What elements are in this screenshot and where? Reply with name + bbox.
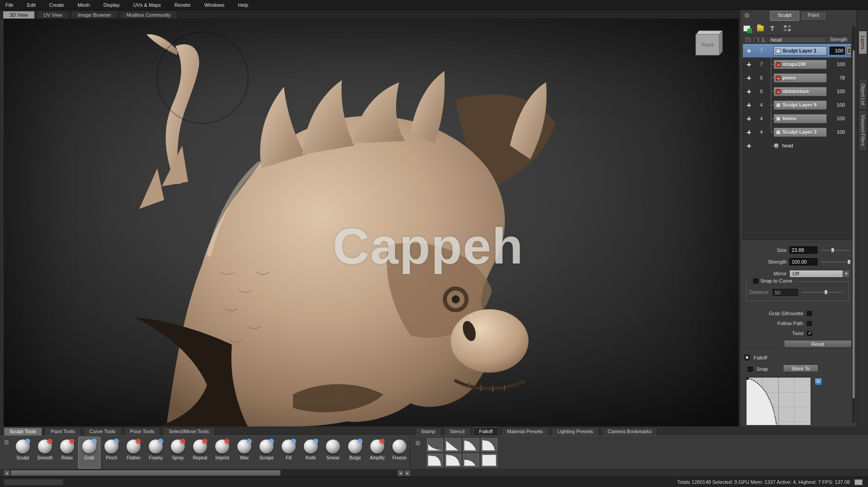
layer-strength-value[interactable]: 100	[830, 89, 845, 94]
scrollbar-thumb[interactable]	[11, 470, 281, 476]
view-tab[interactable]: Mudbox Community	[120, 11, 178, 19]
layer-strength-value[interactable]: 100	[830, 116, 845, 121]
menu-item[interactable]: Help	[237, 1, 250, 9]
tool-item[interactable]: Bulge	[344, 437, 366, 468]
mesh-root-row[interactable]: head	[743, 139, 851, 152]
layer-visibility-icon[interactable]	[743, 90, 755, 94]
layer-name-chip[interactable]: skintexture	[774, 87, 827, 96]
menu-item[interactable]: UVs & Maps	[132, 1, 162, 9]
layer-row[interactable]: 4 Sculpt Layer 9 100	[743, 98, 851, 112]
snap-checkbox[interactable]	[748, 367, 753, 372]
scroll-left-button-2[interactable]: ◄	[397, 470, 404, 476]
tool-item[interactable]: Grab	[78, 437, 100, 468]
layer-row[interactable]: 4 Sculpt Layer 3 100	[743, 125, 851, 139]
tool-item[interactable]: Foamy	[145, 437, 167, 468]
layer-name-chip[interactable]: Sculpt Layer 1	[774, 46, 827, 56]
layer-row[interactable]: 5 skintexture 100	[743, 85, 851, 98]
tray-tab[interactable]: Pose Tools	[124, 427, 160, 435]
slider-handle[interactable]	[824, 290, 828, 295]
strength-slider[interactable]	[821, 258, 850, 265]
mesh-visibility-icon[interactable]	[743, 144, 755, 148]
tool-item[interactable]: Relax	[56, 437, 78, 468]
distance-slider[interactable]	[802, 288, 842, 296]
view-tab[interactable]: Image Browser	[71, 11, 118, 19]
scrollbar-thumb[interactable]	[853, 50, 855, 398]
layer-visibility-icon[interactable]	[743, 49, 755, 53]
tool-item[interactable]: Scrape	[255, 437, 278, 468]
strength-input[interactable]: 100.00	[789, 258, 817, 265]
curve-presets-icon[interactable]	[815, 378, 822, 385]
layer-name-chip[interactable]: Sculpt Layer 9	[774, 100, 827, 110]
layer-row[interactable]: 5 pores 78	[743, 71, 851, 85]
reset-button[interactable]: Reset	[784, 340, 852, 348]
slider-handle[interactable]	[847, 260, 851, 265]
status-indicator[interactable]	[854, 479, 863, 485]
menu-item[interactable]: File	[5, 1, 14, 9]
layer-strength-value[interactable]: 100	[830, 61, 845, 67]
scroll-left-button[interactable]: ◄	[4, 470, 10, 476]
falloff-preset[interactable]	[463, 454, 479, 467]
tray-tab[interactable]: Stamp	[415, 427, 441, 435]
layer-row[interactable]: 7 straps100 100	[743, 57, 851, 71]
panel-scrollbar[interactable]	[852, 26, 855, 422]
tool-item[interactable]: Fill	[278, 437, 300, 468]
chevron-down-icon[interactable]: ▼	[843, 270, 849, 277]
tool-item[interactable]: Amplify	[366, 437, 388, 468]
layer-name-chip[interactable]: straps100	[774, 60, 827, 69]
size-input[interactable]: 23.88	[789, 246, 817, 254]
layer-visibility-icon[interactable]	[743, 117, 755, 121]
tray-tab[interactable]: Lighting Presets	[552, 427, 599, 435]
falloff-preset[interactable]	[481, 454, 497, 467]
tool-tray-scrollbar[interactable]: ◄ ◄ ►	[4, 470, 410, 476]
side-tab[interactable]: Object List	[859, 79, 867, 110]
scrollbar-track[interactable]	[10, 470, 397, 476]
tool-item[interactable]: Smear	[322, 437, 344, 468]
toggle-checkbox[interactable]	[807, 311, 812, 316]
side-tab[interactable]: Layers	[859, 31, 867, 54]
falloff-preset[interactable]	[463, 438, 479, 452]
layer-strength-value[interactable]: 100	[830, 102, 845, 108]
gear-icon[interactable]: ⚙	[4, 439, 9, 446]
menu-item[interactable]: Windows	[203, 1, 226, 9]
layer-name-chip[interactable]: pores	[774, 73, 827, 83]
toggle-checkbox[interactable]	[807, 331, 812, 336]
layer-name-chip[interactable]: Sculpt Layer 3	[774, 128, 827, 137]
view-tab[interactable]: 3D View	[3, 11, 35, 19]
tray-tab[interactable]: Camera Bookmarks	[602, 427, 657, 435]
grid-icon[interactable]	[784, 25, 791, 32]
toggle-checkbox[interactable]	[807, 321, 812, 326]
distance-input[interactable]: 50	[773, 289, 798, 296]
menu-item[interactable]: Render	[174, 1, 192, 9]
slider-handle[interactable]	[831, 248, 835, 253]
falloff-toggle-icon[interactable]	[744, 355, 750, 360]
menu-item[interactable]: Mesh	[77, 1, 91, 9]
tray-tab[interactable]: Sculpt Tools	[4, 427, 42, 435]
layer-visibility-icon[interactable]	[743, 130, 755, 134]
menu-item[interactable]: Edit	[26, 1, 37, 9]
view-cube[interactable]: Front	[691, 29, 727, 59]
tray-tab[interactable]: Curve Tools	[84, 427, 122, 435]
tool-item[interactable]: Spray	[167, 437, 189, 468]
falloff-curve-editor[interactable]	[746, 377, 811, 426]
snap-to-curve-checkbox[interactable]	[753, 279, 758, 284]
tool-item[interactable]: Pinch	[100, 437, 123, 468]
tray-tab[interactable]: Material Presets	[501, 427, 549, 435]
falloff-preset[interactable]	[445, 454, 461, 467]
tool-item[interactable]: Smooth	[34, 437, 56, 468]
tool-item[interactable]: Flatten	[123, 437, 145, 468]
new-layer-icon[interactable]	[743, 25, 750, 32]
text-icon[interactable]: T	[770, 25, 778, 32]
store-to-button[interactable]: Store To	[783, 364, 818, 372]
tray-tab[interactable]: Falloff	[473, 427, 499, 435]
layer-row[interactable]: 7 Sculpt Layer 1 100	[743, 44, 851, 57]
layer-strength-value[interactable]: 100	[830, 47, 845, 55]
strength-spinner[interactable]	[846, 46, 851, 55]
menu-item[interactable]: Display	[103, 1, 121, 9]
panel-tab[interactable]: Paint	[800, 11, 827, 21]
tool-item[interactable]: Freeze	[388, 437, 410, 468]
view-tab[interactable]: UV View	[37, 11, 69, 19]
tray-tab[interactable]: Stencil	[444, 427, 471, 435]
layer-visibility-icon[interactable]	[743, 62, 755, 66]
menu-item[interactable]: Create	[48, 1, 65, 9]
tool-item[interactable]: Imprint	[211, 437, 233, 468]
